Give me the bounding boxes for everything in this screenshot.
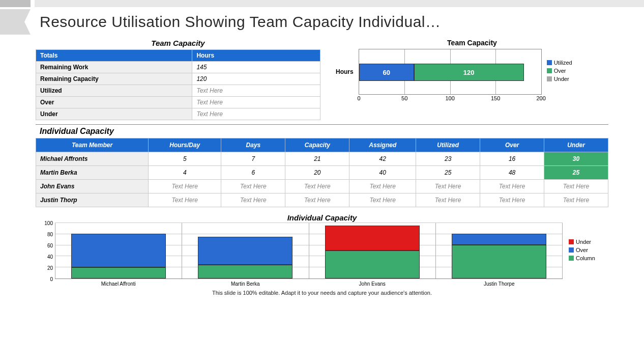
swatch-icon — [569, 239, 574, 244]
cell: 42 — [349, 152, 416, 166]
cell: Text Here — [416, 193, 480, 207]
th: Utilized — [416, 138, 480, 152]
seg-column — [198, 265, 292, 279]
table-row: UnderText Here — [36, 108, 320, 120]
th: Capacity — [285, 138, 349, 152]
team-capacity-table: Totals Hours Remaining Work145 Remaining… — [36, 49, 320, 120]
cell: Text Here — [221, 193, 285, 207]
stacked-bar — [325, 226, 420, 279]
legend-label: Under — [576, 239, 591, 245]
legend-item: Column — [569, 255, 608, 261]
legend-item: Over — [569, 247, 608, 253]
team-chart-plot: 60 120 0 50 100 150 200 — [359, 49, 542, 95]
th: Assigned — [349, 138, 416, 152]
y-axis: 100 80 60 40 20 0 — [36, 223, 55, 279]
bar-group — [309, 223, 435, 279]
cell: Text Here — [149, 193, 221, 207]
y-tick: 0 — [50, 276, 53, 282]
row-value: Text Here — [192, 97, 320, 108]
row-label: Under — [36, 108, 192, 120]
cell-name: Michael Affronts — [36, 152, 149, 166]
row-team-capacity: Team Capacity Totals Hours Remaining Wor… — [36, 39, 608, 120]
seg-column — [325, 251, 420, 279]
y-tick: 80 — [47, 232, 53, 237]
legend-item: Over — [547, 68, 572, 74]
cell-name: John Evans — [36, 180, 149, 193]
legend-label: Over — [554, 68, 566, 74]
x-tick: 50 — [401, 95, 407, 101]
legend-item: Under — [569, 239, 608, 245]
individual-chart-wrap: Individual Capacity 100 80 60 40 20 0 — [36, 213, 608, 287]
stacked-bar: 60 120 — [359, 64, 524, 81]
x-tick: 100 — [445, 95, 454, 101]
table-row: Remaining Work145 — [36, 62, 320, 73]
table-row: John Evans Text Here Text Here Text Here… — [36, 180, 608, 193]
individual-chart: 100 80 60 40 20 0 — [36, 223, 608, 279]
cell-name: Justin Thorp — [36, 193, 149, 207]
top-ribbon — [0, 0, 644, 7]
title-bar: Resource Utilisation Showing Team Capaci… — [0, 9, 644, 35]
page-title: Resource Utilisation Showing Team Capaci… — [40, 13, 441, 31]
header-hours: Hours — [192, 50, 320, 62]
individual-capacity-title: Individual Capacity — [40, 127, 608, 136]
th: Team Member — [36, 138, 149, 152]
ribbon-accent-dark — [0, 0, 31, 7]
legend-label: Column — [576, 255, 595, 261]
bar-group — [55, 223, 182, 279]
swatch-icon — [547, 68, 552, 73]
stacked-bar — [452, 234, 546, 279]
cell: Text Here — [349, 193, 416, 207]
ribbon-accent-light — [35, 0, 644, 7]
team-chart-title: Team Capacity — [336, 39, 608, 47]
stacked-bar — [71, 234, 166, 279]
row-label: Remaining Capacity — [36, 73, 192, 85]
y-tick: 40 — [47, 254, 53, 260]
legend-label: Over — [576, 247, 588, 253]
x-tick: 200 — [536, 95, 545, 101]
bar-group — [435, 223, 563, 279]
cell: Text Here — [544, 180, 608, 193]
x-tick: 150 — [491, 95, 500, 101]
cell-highlight: 25 — [544, 166, 608, 180]
row-value: 145 — [192, 62, 320, 73]
row-value: Text Here — [192, 108, 320, 120]
table-row: OverText Here — [36, 97, 320, 108]
row-value: Text Here — [192, 85, 320, 97]
table-header-row: Team Member Hours/Day Days Capacity Assi… — [36, 138, 608, 152]
seg-column — [452, 245, 546, 279]
title-chevron-shape — [0, 9, 31, 35]
team-capacity-table-title: Team Capacity — [36, 39, 320, 47]
row-value: 120 — [192, 73, 320, 85]
swatch-icon — [569, 256, 574, 261]
legend-item: Under — [547, 76, 572, 82]
cell: Text Here — [416, 180, 480, 193]
y-tick: 100 — [44, 220, 53, 226]
x-tick: 0 — [358, 95, 361, 101]
row-label: Utilized — [36, 85, 192, 97]
cell: Text Here — [349, 180, 416, 193]
bar-segment-over: 120 — [414, 64, 524, 81]
table-row: Remaining Capacity120 — [36, 73, 320, 85]
header-totals: Totals — [36, 50, 192, 62]
legend-label: Under — [554, 76, 569, 82]
cell: Text Here — [544, 193, 608, 207]
x-ticks: 0 50 100 150 200 — [359, 95, 541, 103]
cell: Text Here — [480, 193, 544, 207]
th: Under — [544, 138, 608, 152]
swatch-icon — [569, 247, 574, 253]
y-tick: 20 — [47, 265, 53, 271]
cell: 21 — [285, 152, 349, 166]
swatch-icon — [547, 76, 552, 81]
cell: Text Here — [480, 180, 544, 193]
cell-highlight: 30 — [544, 152, 608, 166]
cell: 40 — [349, 166, 416, 180]
seg-under — [325, 226, 420, 251]
footer-note: This slide is 100% editable. Adapt it to… — [36, 290, 608, 296]
team-chart: Hours 60 120 0 50 100 150 200 — [336, 49, 608, 95]
bar-group — [182, 223, 308, 279]
team-chart-legend: Utilized Over Under — [547, 60, 572, 84]
bar-segment-utilized: 60 — [359, 64, 414, 81]
cell: 25 — [416, 166, 480, 180]
seg-column — [71, 267, 166, 279]
team-capacity-table-wrap: Team Capacity Totals Hours Remaining Wor… — [36, 39, 320, 120]
